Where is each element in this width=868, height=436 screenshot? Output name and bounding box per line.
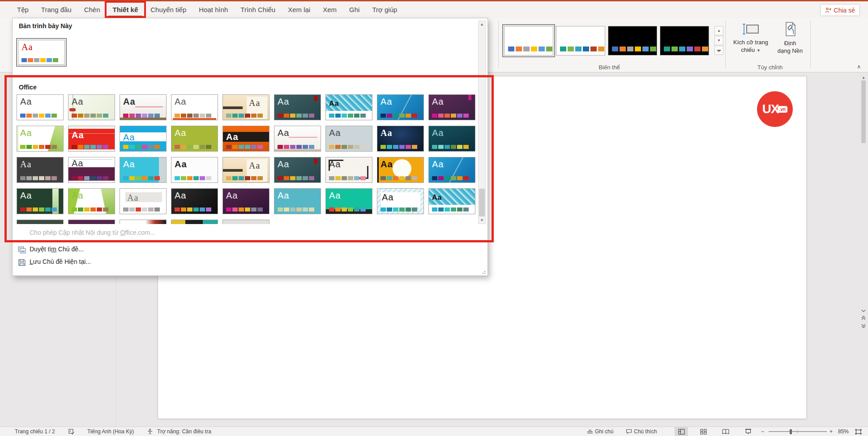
theme-thumbnail[interactable]: Aa (17, 188, 64, 214)
theme-color-swatches (123, 114, 160, 118)
zoom-in-button[interactable]: + (830, 427, 833, 436)
reading-view-button[interactable] (719, 427, 732, 436)
previous-slide-icon[interactable] (861, 316, 866, 320)
zoom-slider-track[interactable] (769, 431, 827, 432)
theme-thumbnail[interactable]: Aa (120, 157, 167, 183)
share-button[interactable]: Chia sẻ (820, 4, 860, 16)
ribbon-tab[interactable]: Trang đầu (35, 1, 78, 18)
ribbon-tab[interactable]: Tệp (11, 1, 35, 18)
collapse-ribbon-icon[interactable]: ∧ (857, 63, 861, 70)
browse-themes-item[interactable]: Duyệt tìm Chủ đề... (30, 246, 84, 253)
theme-color-swatches (175, 176, 211, 180)
format-background-button[interactable]: Định dạng Nền (771, 21, 809, 55)
theme-thumbnail[interactable]: Aa (68, 157, 115, 183)
panel-resize-handle[interactable] (481, 269, 485, 274)
theme-thumbnail-partial[interactable] (68, 220, 115, 224)
save-current-theme-item[interactable]: Lưu Chủ đề Hiện tại... (30, 258, 91, 265)
variants-more-icon[interactable]: ▬▼ (714, 46, 723, 55)
ribbon-tab[interactable]: Trình Chiếu (234, 1, 282, 18)
theme-thumbnail-partial[interactable] (222, 220, 269, 224)
theme-thumbnail[interactable]: Aa (428, 126, 475, 152)
theme-thumbnail[interactable]: Aa (171, 188, 218, 214)
current-theme[interactable]: Aa (18, 40, 65, 65)
variant-thumbnail[interactable] (660, 26, 709, 55)
comments-button[interactable]: Chú thích (626, 427, 657, 436)
slide-size-button[interactable]: Kích cỡ trang chiếu ▼ (731, 21, 770, 55)
fit-slide-to-window-button[interactable] (855, 427, 862, 436)
theme-aa-label: Aa (123, 97, 136, 106)
ribbon-tab[interactable]: Xem (316, 1, 343, 18)
variant-thumbnail[interactable] (556, 26, 605, 55)
theme-thumbnail[interactable]: Aa (428, 188, 475, 214)
scrollbar-thumb[interactable] (861, 80, 866, 143)
theme-thumbnail[interactable]: Aa (325, 188, 372, 214)
variant-thumbnail[interactable] (504, 26, 553, 55)
theme-aa-label: Aa (382, 193, 393, 202)
theme-thumbnail[interactable]: Aa (222, 94, 269, 120)
ribbon-tab[interactable]: Hoạt hình (192, 1, 234, 18)
theme-thumbnail[interactable]: Aa (17, 94, 64, 120)
ribbon-tab[interactable]: Thiết kế (107, 1, 145, 18)
zoom-out-button[interactable]: − (761, 427, 764, 436)
theme-thumbnail[interactable]: Aa (222, 157, 269, 183)
theme-thumbnail[interactable]: Aa (171, 157, 218, 183)
ribbon-tab[interactable]: Trợ giúp (366, 1, 403, 18)
zoom-slider-handle[interactable] (790, 429, 792, 434)
theme-thumbnail[interactable]: Aa (120, 94, 167, 120)
variants-scroll-down-icon[interactable]: ▼ (714, 36, 723, 45)
slide-sorter-icon (700, 429, 707, 435)
theme-thumbnail[interactable]: Aa (274, 188, 321, 214)
theme-artwork (120, 118, 166, 120)
notes-button[interactable]: Ghi chú (587, 427, 613, 436)
theme-thumbnail[interactable]: Aa (274, 126, 321, 152)
theme-thumbnail[interactable]: Aa (377, 126, 424, 152)
theme-thumbnail[interactable]: Aa (68, 94, 115, 120)
theme-thumbnail[interactable]: Aa (274, 157, 321, 183)
spellcheck-icon[interactable] (68, 427, 74, 436)
zoom-level[interactable]: 85% (838, 427, 849, 436)
theme-thumbnail[interactable]: Aa (171, 94, 218, 120)
variant-thumbnail[interactable] (608, 26, 657, 55)
scroll-down-icon[interactable] (861, 309, 866, 312)
theme-thumbnail[interactable]: Aa (428, 94, 475, 120)
slide-sorter-view-button[interactable] (697, 427, 710, 436)
theme-thumbnail[interactable]: Aa (17, 126, 64, 152)
theme-thumbnail[interactable]: Aa (17, 157, 64, 183)
theme-thumbnail[interactable]: Aa (377, 157, 424, 183)
ribbon-tab[interactable]: Xem lại (282, 1, 316, 18)
theme-thumbnail[interactable]: Aa (222, 188, 269, 214)
theme-color-swatches (381, 114, 417, 118)
theme-thumbnail[interactable]: Aa (68, 188, 115, 214)
gallery-scroll-down-icon[interactable]: ▼ (479, 217, 485, 224)
next-slide-icon[interactable] (861, 324, 866, 328)
theme-thumbnail-partial[interactable] (120, 220, 167, 224)
theme-thumbnail[interactable]: Aa (428, 157, 475, 183)
gallery-scroll-up-icon[interactable]: ▲ (479, 21, 485, 28)
current-theme-thumbnail[interactable]: Aa (16, 38, 67, 67)
theme-thumbnail[interactable]: Aa (68, 126, 115, 152)
theme-thumbnail[interactable]: Aa (171, 126, 218, 152)
theme-thumbnail-partial[interactable] (17, 220, 64, 224)
theme-thumbnail[interactable]: Aa (325, 126, 372, 152)
ribbon-tab[interactable]: Ghi (343, 1, 366, 18)
slide-counter[interactable]: Trang chiếu 1 / 2 (15, 427, 55, 436)
theme-thumbnail[interactable]: Aa (222, 126, 269, 152)
accessibility-status[interactable]: Trợ năng: Cần điều tra (157, 427, 211, 436)
variants-scroll-up-icon[interactable]: ▲ (714, 26, 723, 35)
theme-thumbnail[interactable]: Aa (325, 94, 372, 120)
theme-thumbnail[interactable]: Aa (377, 188, 424, 214)
theme-thumbnail[interactable]: Aa (325, 157, 372, 183)
theme-thumbnail[interactable]: Aa (377, 94, 424, 120)
ribbon-tab[interactable]: Chuyển tiếp (144, 1, 192, 18)
theme-thumbnail-partial[interactable] (171, 220, 218, 224)
slideshow-view-button[interactable] (741, 427, 755, 436)
save-theme-icon (18, 259, 26, 266)
ribbon-tab[interactable]: Chèn (78, 1, 107, 18)
normal-view-button[interactable] (675, 427, 688, 436)
language-status[interactable]: Tiếng Anh (Hoa Kỳ) (87, 427, 134, 436)
scroll-up-icon[interactable]: ▲ (860, 74, 867, 80)
theme-thumbnail[interactable]: Aa (120, 126, 167, 152)
theme-thumbnail[interactable]: Aa (120, 188, 167, 214)
theme-thumbnail[interactable]: Aa (274, 94, 321, 120)
gallery-scrollbar-thumb[interactable] (479, 189, 485, 216)
